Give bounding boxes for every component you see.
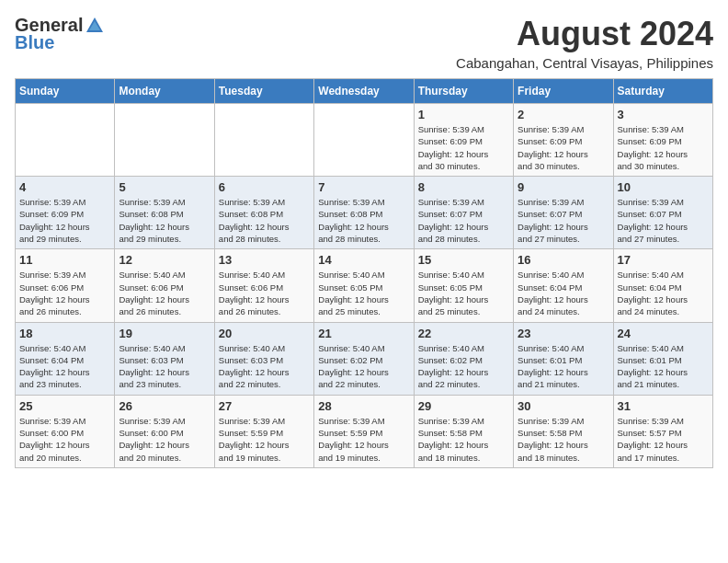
day-info: Sunrise: 5:40 AM Sunset: 6:05 PM Dayligh… <box>318 269 409 317</box>
calendar-table: SundayMondayTuesdayWednesdayThursdayFrid… <box>15 78 713 468</box>
day-header-monday: Monday <box>115 79 214 104</box>
logo: General Blue <box>15 15 105 53</box>
calendar-cell: 3Sunrise: 5:39 AM Sunset: 6:09 PM Daylig… <box>613 104 712 177</box>
calendar-cell: 23Sunrise: 5:40 AM Sunset: 6:01 PM Dayli… <box>514 322 613 395</box>
calendar-cell <box>214 104 313 177</box>
day-number: 14 <box>318 253 409 267</box>
day-number: 10 <box>618 180 709 194</box>
day-number: 4 <box>19 180 110 194</box>
calendar-cell: 26Sunrise: 5:39 AM Sunset: 6:00 PM Dayli… <box>115 395 214 467</box>
day-header-friday: Friday <box>514 79 613 104</box>
day-info: Sunrise: 5:39 AM Sunset: 6:09 PM Dayligh… <box>19 196 110 245</box>
calendar-header-row: SundayMondayTuesdayWednesdayThursdayFrid… <box>16 79 713 104</box>
calendar-cell: 6Sunrise: 5:39 AM Sunset: 6:08 PM Daylig… <box>214 177 313 249</box>
calendar-cell: 4Sunrise: 5:39 AM Sunset: 6:09 PM Daylig… <box>16 177 115 249</box>
day-number: 17 <box>618 253 709 267</box>
day-info: Sunrise: 5:39 AM Sunset: 6:08 PM Dayligh… <box>318 196 409 245</box>
day-number: 13 <box>219 253 310 267</box>
day-info: Sunrise: 5:39 AM Sunset: 6:08 PM Dayligh… <box>219 196 310 245</box>
day-number: 16 <box>518 253 609 267</box>
calendar-cell: 24Sunrise: 5:40 AM Sunset: 6:01 PM Dayli… <box>613 322 712 395</box>
day-number: 9 <box>518 180 609 194</box>
calendar-cell: 14Sunrise: 5:40 AM Sunset: 6:05 PM Dayli… <box>314 249 414 322</box>
day-info: Sunrise: 5:40 AM Sunset: 6:06 PM Dayligh… <box>219 269 310 317</box>
day-number: 12 <box>119 253 210 267</box>
day-number: 2 <box>518 108 609 121</box>
calendar-week-5: 25Sunrise: 5:39 AM Sunset: 6:00 PM Dayli… <box>16 395 713 467</box>
calendar-cell: 2Sunrise: 5:39 AM Sunset: 6:09 PM Daylig… <box>514 104 613 177</box>
day-info: Sunrise: 5:39 AM Sunset: 5:59 PM Dayligh… <box>219 415 310 464</box>
day-number: 18 <box>19 327 110 340</box>
day-number: 8 <box>418 180 509 194</box>
calendar-week-2: 4Sunrise: 5:39 AM Sunset: 6:09 PM Daylig… <box>16 177 713 249</box>
calendar-cell: 12Sunrise: 5:40 AM Sunset: 6:06 PM Dayli… <box>115 249 214 322</box>
day-info: Sunrise: 5:39 AM Sunset: 6:07 PM Dayligh… <box>518 196 609 245</box>
calendar-title: August 2024 <box>456 15 713 53</box>
day-info: Sunrise: 5:40 AM Sunset: 6:03 PM Dayligh… <box>119 342 210 391</box>
day-number: 6 <box>219 180 310 194</box>
day-number: 23 <box>518 327 609 340</box>
day-number: 7 <box>318 180 409 194</box>
day-number: 24 <box>618 327 709 340</box>
calendar-cell: 31Sunrise: 5:39 AM Sunset: 5:57 PM Dayli… <box>613 395 712 467</box>
logo-icon <box>85 16 105 36</box>
day-number: 1 <box>418 108 509 121</box>
day-info: Sunrise: 5:40 AM Sunset: 6:01 PM Dayligh… <box>618 342 709 391</box>
day-info: Sunrise: 5:39 AM Sunset: 6:06 PM Dayligh… <box>19 269 110 317</box>
title-block: August 2024 Cabangahan, Central Visayas,… <box>456 15 713 71</box>
day-info: Sunrise: 5:39 AM Sunset: 6:09 PM Dayligh… <box>418 123 509 172</box>
day-info: Sunrise: 5:39 AM Sunset: 6:00 PM Dayligh… <box>119 415 210 464</box>
day-header-saturday: Saturday <box>613 79 712 104</box>
day-number: 26 <box>119 399 210 413</box>
day-info: Sunrise: 5:40 AM Sunset: 6:02 PM Dayligh… <box>318 342 409 391</box>
calendar-cell: 25Sunrise: 5:39 AM Sunset: 6:00 PM Dayli… <box>16 395 115 467</box>
calendar-subtitle: Cabangahan, Central Visayas, Philippines <box>456 55 713 71</box>
calendar-cell: 30Sunrise: 5:39 AM Sunset: 5:58 PM Dayli… <box>514 395 613 467</box>
day-number: 11 <box>19 253 110 267</box>
calendar-cell: 18Sunrise: 5:40 AM Sunset: 6:04 PM Dayli… <box>16 322 115 395</box>
calendar-cell <box>16 104 115 177</box>
day-info: Sunrise: 5:39 AM Sunset: 6:08 PM Dayligh… <box>119 196 210 245</box>
day-info: Sunrise: 5:40 AM Sunset: 6:01 PM Dayligh… <box>518 342 609 391</box>
calendar-week-3: 11Sunrise: 5:39 AM Sunset: 6:06 PM Dayli… <box>16 249 713 322</box>
day-number: 19 <box>119 327 210 340</box>
calendar-cell: 13Sunrise: 5:40 AM Sunset: 6:06 PM Dayli… <box>214 249 313 322</box>
calendar-cell: 21Sunrise: 5:40 AM Sunset: 6:02 PM Dayli… <box>314 322 414 395</box>
day-header-thursday: Thursday <box>414 79 513 104</box>
day-info: Sunrise: 5:40 AM Sunset: 6:04 PM Dayligh… <box>518 269 609 317</box>
day-info: Sunrise: 5:39 AM Sunset: 5:58 PM Dayligh… <box>518 415 609 464</box>
day-number: 22 <box>418 327 509 340</box>
day-info: Sunrise: 5:39 AM Sunset: 5:58 PM Dayligh… <box>418 415 509 464</box>
calendar-cell: 29Sunrise: 5:39 AM Sunset: 5:58 PM Dayli… <box>414 395 513 467</box>
calendar-cell: 19Sunrise: 5:40 AM Sunset: 6:03 PM Dayli… <box>115 322 214 395</box>
calendar-cell: 16Sunrise: 5:40 AM Sunset: 6:04 PM Dayli… <box>514 249 613 322</box>
calendar-cell: 28Sunrise: 5:39 AM Sunset: 5:59 PM Dayli… <box>314 395 414 467</box>
calendar-cell: 9Sunrise: 5:39 AM Sunset: 6:07 PM Daylig… <box>514 177 613 249</box>
day-header-sunday: Sunday <box>16 79 115 104</box>
day-info: Sunrise: 5:39 AM Sunset: 6:00 PM Dayligh… <box>19 415 110 464</box>
page-header: General Blue August 2024 Cabangahan, Cen… <box>15 15 713 71</box>
calendar-cell: 20Sunrise: 5:40 AM Sunset: 6:03 PM Dayli… <box>214 322 313 395</box>
day-number: 27 <box>219 399 310 413</box>
day-number: 30 <box>518 399 609 413</box>
calendar-cell: 5Sunrise: 5:39 AM Sunset: 6:08 PM Daylig… <box>115 177 214 249</box>
calendar-cell: 7Sunrise: 5:39 AM Sunset: 6:08 PM Daylig… <box>314 177 414 249</box>
day-number: 15 <box>418 253 509 267</box>
calendar-cell <box>314 104 414 177</box>
day-info: Sunrise: 5:39 AM Sunset: 6:07 PM Dayligh… <box>418 196 509 245</box>
day-info: Sunrise: 5:40 AM Sunset: 6:05 PM Dayligh… <box>418 269 509 317</box>
calendar-cell: 10Sunrise: 5:39 AM Sunset: 6:07 PM Dayli… <box>613 177 712 249</box>
day-info: Sunrise: 5:39 AM Sunset: 5:59 PM Dayligh… <box>318 415 409 464</box>
day-number: 21 <box>318 327 409 340</box>
day-info: Sunrise: 5:39 AM Sunset: 6:09 PM Dayligh… <box>618 123 709 172</box>
calendar-week-4: 18Sunrise: 5:40 AM Sunset: 6:04 PM Dayli… <box>16 322 713 395</box>
calendar-cell: 22Sunrise: 5:40 AM Sunset: 6:02 PM Dayli… <box>414 322 513 395</box>
day-number: 20 <box>219 327 310 340</box>
day-info: Sunrise: 5:40 AM Sunset: 6:03 PM Dayligh… <box>219 342 310 391</box>
day-info: Sunrise: 5:39 AM Sunset: 6:09 PM Dayligh… <box>518 123 609 172</box>
day-number: 5 <box>119 180 210 194</box>
calendar-cell: 15Sunrise: 5:40 AM Sunset: 6:05 PM Dayli… <box>414 249 513 322</box>
calendar-cell: 17Sunrise: 5:40 AM Sunset: 6:04 PM Dayli… <box>613 249 712 322</box>
calendar-week-1: 1Sunrise: 5:39 AM Sunset: 6:09 PM Daylig… <box>16 104 713 177</box>
day-info: Sunrise: 5:40 AM Sunset: 6:06 PM Dayligh… <box>119 269 210 317</box>
